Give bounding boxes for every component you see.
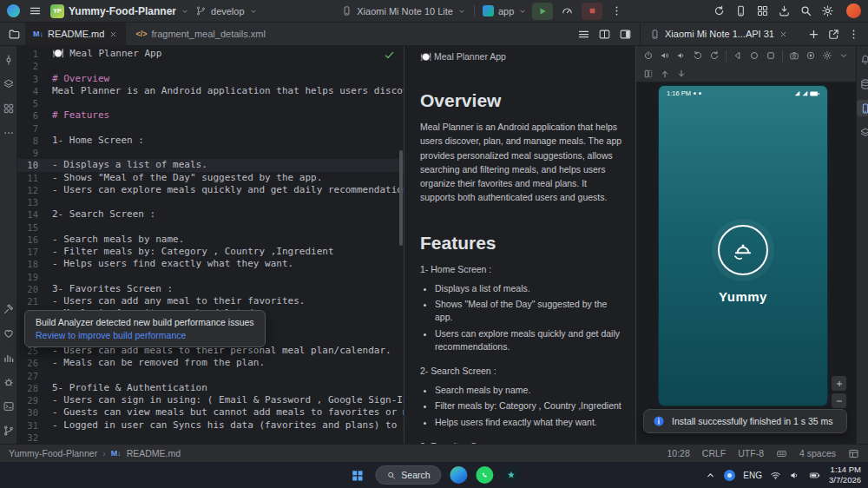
- bug-icon[interactable]: [0, 373, 16, 390]
- code-line[interactable]: # Features: [47, 109, 404, 122]
- hammer-icon[interactable]: [0, 300, 16, 317]
- gutter-line-number[interactable]: 9: [17, 147, 47, 159]
- inspections-ok-icon[interactable]: [384, 49, 395, 61]
- code-line[interactable]: 2- Search Screen :: [47, 208, 404, 221]
- device-screen[interactable]: 1:16 PM: [659, 86, 827, 406]
- code-line[interactable]: - Guests can view meals but cannot add m…: [47, 406, 404, 419]
- circle-icon[interactable]: [746, 49, 762, 63]
- keyboard-icon[interactable]: [776, 448, 787, 459]
- gutter-line-number[interactable]: 7: [17, 122, 47, 135]
- code-line[interactable]: - Displays a list of meals.: [47, 159, 404, 171]
- code-line[interactable]: [47, 221, 404, 234]
- arrow-down-icon[interactable]: [674, 66, 689, 81]
- device-selector[interactable]: Xiaomi Mi Note 10 Lite: [341, 5, 466, 16]
- search-icon[interactable]: [797, 3, 815, 20]
- vol-dn-icon[interactable]: [674, 49, 689, 63]
- gutter-line-number[interactable]: 10: [17, 159, 47, 171]
- gutter-line-number[interactable]: 8: [17, 135, 47, 147]
- code-line[interactable]: - Search meals by name.: [47, 234, 404, 246]
- android-studio-taskbar-icon[interactable]: [503, 466, 520, 484]
- vol-up-icon[interactable]: [657, 49, 673, 63]
- more-v-icon[interactable]: [845, 25, 863, 43]
- float-icon[interactable]: [825, 25, 843, 43]
- taskbar-search[interactable]: Search: [375, 465, 441, 485]
- breadcrumb-project[interactable]: Yummy-Food-Planner: [9, 448, 97, 458]
- close-icon[interactable]: [779, 30, 788, 39]
- line-separator[interactable]: CRLF: [702, 448, 726, 458]
- camera-icon[interactable]: [786, 49, 802, 63]
- sync-icon[interactable]: [710, 3, 728, 20]
- gutter-line-number[interactable]: 31: [17, 419, 47, 432]
- split-icon[interactable]: [595, 25, 614, 43]
- tooltip-action-link[interactable]: Review to improve build performance: [36, 330, 254, 340]
- breadcrumb-file[interactable]: README.md: [127, 448, 181, 458]
- back-icon[interactable]: [730, 49, 746, 63]
- record-icon[interactable]: [803, 49, 819, 63]
- language-indicator[interactable]: ENG: [743, 471, 762, 480]
- zoom-out-button[interactable]: [832, 393, 846, 408]
- zoom-in-button[interactable]: [832, 376, 846, 391]
- code-line[interactable]: [47, 97, 404, 109]
- code-line[interactable]: [47, 196, 404, 208]
- gutter-line-number[interactable]: 19: [17, 271, 47, 283]
- profiler-button[interactable]: [558, 3, 576, 20]
- code-line[interactable]: # Overview: [47, 73, 404, 85]
- gutter-line-number[interactable]: 28: [17, 382, 47, 394]
- hamburger-icon[interactable]: [575, 25, 593, 43]
- heart-icon[interactable]: [0, 325, 16, 341]
- battery-icon[interactable]: [808, 470, 821, 481]
- db-icon[interactable]: [857, 76, 868, 92]
- layers-icon[interactable]: [857, 124, 868, 141]
- branch-icon[interactable]: [0, 422, 16, 439]
- tray-expand-icon[interactable]: [705, 470, 716, 481]
- gutter-line-number[interactable]: 12: [17, 184, 47, 196]
- code-editor[interactable]: 1234567891011121314151617181920212223242…: [17, 46, 404, 444]
- edge-browser-icon[interactable]: [450, 466, 468, 484]
- tab-readme[interactable]: M↓ README.md: [25, 23, 126, 45]
- code-line[interactable]: [47, 432, 404, 444]
- gutter-line-number[interactable]: 16: [17, 234, 47, 246]
- user-avatar[interactable]: [846, 3, 861, 18]
- gutter-line-number[interactable]: 32: [17, 432, 47, 444]
- gutter-line-number[interactable]: 30: [17, 406, 47, 419]
- gutter-line-number[interactable]: 5: [17, 97, 47, 109]
- run-configuration-selector[interactable]: app: [483, 5, 527, 16]
- whatsapp-icon[interactable]: [477, 466, 494, 484]
- gutter-line-number[interactable]: 3: [17, 73, 47, 85]
- plus-icon[interactable]: [805, 25, 823, 43]
- gutter-line-number[interactable]: 21: [17, 295, 47, 307]
- gutter-line-number[interactable]: 6: [17, 109, 47, 122]
- code-line[interactable]: 🍽️ Meal Planner App: [47, 48, 404, 60]
- file-encoding[interactable]: UTF-8: [738, 448, 764, 458]
- wifi-icon[interactable]: [770, 470, 781, 481]
- pane-icon[interactable]: [616, 25, 635, 43]
- gutter-line-number[interactable]: 27: [17, 370, 47, 382]
- start-button[interactable]: [348, 466, 366, 485]
- code-line[interactable]: [47, 122, 404, 135]
- code-line[interactable]: - Shows "Meal of the Day" suggested by t…: [47, 172, 404, 184]
- gutter-line-number[interactable]: 14: [17, 208, 47, 221]
- grid-icon[interactable]: [753, 3, 772, 20]
- code-line[interactable]: - Users can sign in using: ( Email & Pas…: [47, 394, 404, 406]
- layout-icon[interactable]: [848, 448, 859, 459]
- terminal-icon[interactable]: [0, 398, 16, 414]
- volume-icon[interactable]: [789, 470, 800, 481]
- gutter-line-number[interactable]: 4: [17, 85, 47, 97]
- commit-icon[interactable]: [0, 51, 16, 68]
- code-line[interactable]: - Helps users find exactly what they wan…: [47, 258, 404, 270]
- layers-icon[interactable]: [0, 76, 16, 92]
- phone-icon[interactable]: [732, 3, 750, 20]
- more-h-icon[interactable]: [0, 124, 16, 141]
- gutter-line-number[interactable]: 17: [17, 246, 47, 258]
- stop-button[interactable]: [582, 3, 602, 20]
- code-line[interactable]: Meal Planner is an Android application t…: [47, 85, 404, 97]
- bell-icon[interactable]: [857, 51, 868, 68]
- power-icon[interactable]: [641, 49, 656, 63]
- download-icon[interactable]: [775, 3, 793, 20]
- code-line[interactable]: 3- Favorites Screen :: [47, 283, 404, 295]
- device-tab[interactable]: Xiaomi Mi Note 1...API 31: [646, 29, 792, 40]
- phone-icon[interactable]: [857, 100, 868, 116]
- code-line[interactable]: - Meals can be removed from the plan.: [47, 357, 404, 369]
- close-icon[interactable]: [108, 30, 118, 39]
- gutter-line-number[interactable]: 11: [17, 172, 47, 184]
